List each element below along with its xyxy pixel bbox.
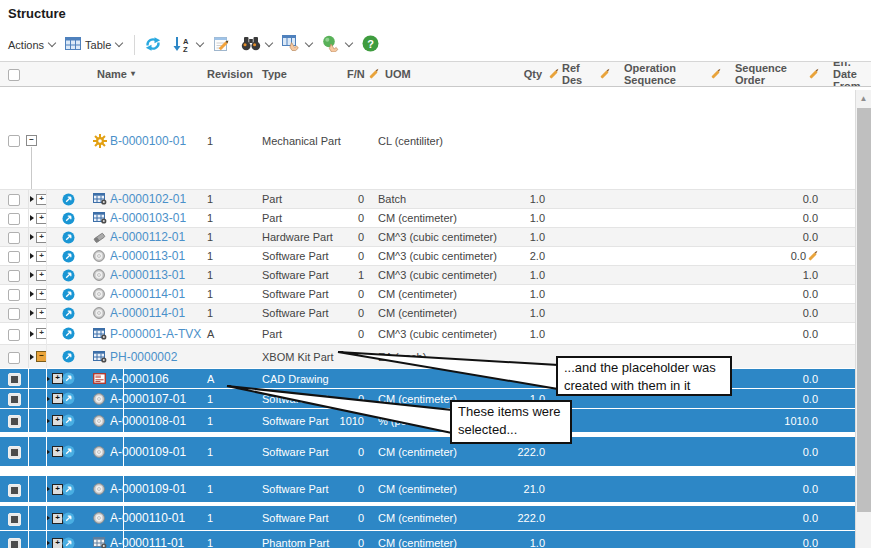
item-link[interactable]: A-0000113-01 <box>110 266 185 284</box>
column-header-name[interactable]: Name ▾ <box>97 62 135 86</box>
expand-toggle-icon[interactable]: + <box>30 285 47 303</box>
navigate-icon[interactable] <box>62 409 75 432</box>
navigate-icon[interactable] <box>62 345 75 368</box>
navigate-icon[interactable] <box>62 304 75 322</box>
item-link[interactable]: A-0000102-01 <box>110 190 186 208</box>
edit-column-icon[interactable] <box>711 70 719 78</box>
row-checkbox[interactable] <box>8 446 21 459</box>
expand-toggle-icon[interactable]: + <box>30 228 47 246</box>
table-row[interactable]: + A-0000114-01 1 Software Part 0 CM (cen… <box>0 303 855 322</box>
column-header-qty[interactable]: Qty <box>500 62 542 86</box>
edit-column-icon[interactable] <box>369 70 377 78</box>
table-select-button[interactable] <box>282 35 312 54</box>
expand-toggle-icon[interactable]: − <box>30 345 47 368</box>
table-row[interactable]: + A-0000103-01 1 Part 0 CM (centimeter) … <box>0 208 855 227</box>
row-checkbox[interactable] <box>8 393 21 406</box>
item-link[interactable]: A-0000106 <box>110 369 169 388</box>
navigate-icon[interactable] <box>62 506 75 530</box>
table-row[interactable]: + A-0000109-01 1 Software Part 0 CM (cen… <box>0 476 855 502</box>
column-header-eff-date-from[interactable]: Eff. Date From <box>833 62 871 86</box>
scroll-up-arrow-icon[interactable]: ▲ <box>856 90 871 106</box>
expand-toggle-icon[interactable]: + <box>30 304 47 322</box>
item-link[interactable]: A-0000113-01 <box>110 247 185 265</box>
expand-toggle-icon[interactable]: − <box>26 131 37 150</box>
navigate-icon[interactable] <box>62 437 75 466</box>
row-checkbox[interactable] <box>8 513 21 526</box>
column-header-operation-sequence[interactable]: Operation Sequence <box>624 62 696 86</box>
column-header-uom[interactable]: UOM <box>385 62 411 86</box>
expand-toggle-icon[interactable]: + <box>46 437 63 466</box>
table-row[interactable]: + A-0000113-01 1 Software Part 0 CM^3 (c… <box>0 246 855 265</box>
expand-toggle-icon[interactable]: + <box>46 369 63 388</box>
column-header-sequence-order[interactable]: Sequence Order <box>735 62 803 86</box>
vertical-scrollbar[interactable]: ▲ <box>855 90 871 548</box>
navigate-icon[interactable] <box>62 531 75 548</box>
item-link[interactable]: B-0000100-01 <box>110 131 186 150</box>
item-link[interactable]: P-000001-A-TVX <box>110 323 201 344</box>
column-header-type[interactable]: Type <box>262 62 287 86</box>
expand-toggle-icon[interactable]: + <box>46 389 63 408</box>
column-header-fn[interactable]: F/N <box>347 62 365 86</box>
row-checkbox[interactable] <box>8 352 20 364</box>
navigate-icon[interactable] <box>62 476 75 502</box>
expand-toggle-icon[interactable]: + <box>30 247 47 265</box>
help-button[interactable]: ? <box>362 35 379 54</box>
table-view-button[interactable]: Table <box>65 37 122 52</box>
navigate-icon[interactable] <box>62 209 75 227</box>
navigate-icon[interactable] <box>62 266 75 284</box>
find-button[interactable] <box>241 36 272 53</box>
row-checkbox[interactable] <box>8 213 20 225</box>
row-checkbox[interactable] <box>8 270 20 282</box>
table-row[interactable]: + A-0000108-01 1 Software Part 1010 % (p… <box>0 409 855 432</box>
row-checkbox[interactable] <box>8 251 20 263</box>
expand-toggle-icon[interactable]: + <box>30 209 47 227</box>
row-checkbox[interactable] <box>8 329 20 341</box>
item-link[interactable]: A-0000112-01 <box>110 228 185 246</box>
navigate-icon[interactable] <box>62 369 75 388</box>
navigate-icon[interactable] <box>62 323 75 344</box>
edit-column-icon[interactable] <box>600 70 608 78</box>
item-link[interactable]: A-0000111-01 <box>110 531 184 548</box>
row-checkbox[interactable] <box>8 194 20 206</box>
expand-toggle-icon[interactable]: + <box>30 190 47 208</box>
sort-button[interactable]: AZ <box>172 36 203 54</box>
table-row[interactable]: − B-0000100-01 1 Mechanical Part CL (cen… <box>0 131 855 150</box>
navigate-icon[interactable] <box>62 389 75 408</box>
column-header-ref-des[interactable]: Ref Des <box>562 62 592 86</box>
navigate-icon[interactable] <box>62 190 75 208</box>
item-link[interactable]: A-0000114-01 <box>110 285 185 303</box>
item-link[interactable]: A-0000107-01 <box>110 389 186 408</box>
item-link[interactable]: PH-0000002 <box>110 345 177 368</box>
item-link[interactable]: A-0000110-01 <box>110 506 185 530</box>
item-link[interactable]: A-0000103-01 <box>110 209 186 227</box>
item-link[interactable]: A-0000109-01 <box>110 437 186 466</box>
edit-button[interactable] <box>213 36 231 54</box>
row-checkbox[interactable] <box>8 415 21 428</box>
navigate-icon[interactable] <box>62 285 75 303</box>
select-all-checkbox[interactable] <box>8 69 20 81</box>
expand-toggle-icon[interactable]: + <box>46 409 63 432</box>
expand-toggle-icon[interactable]: + <box>46 506 63 530</box>
row-checkbox[interactable] <box>8 538 21 548</box>
assign-button[interactable] <box>322 35 352 54</box>
table-row[interactable]: + A-0000109-01 1 Software Part 0 CM (cen… <box>0 437 855 466</box>
row-checkbox[interactable] <box>8 232 20 244</box>
expand-toggle-icon[interactable]: + <box>30 266 47 284</box>
row-checkbox[interactable] <box>8 289 20 301</box>
expand-toggle-icon[interactable]: + <box>30 323 47 344</box>
row-checkbox[interactable] <box>8 373 21 386</box>
expand-toggle-icon[interactable]: + <box>46 476 63 502</box>
edit-column-icon[interactable] <box>549 70 557 78</box>
row-checkbox[interactable] <box>8 484 21 497</box>
table-row[interactable]: + A-0000110-01 1 Software Part 0 CM (cen… <box>0 506 855 530</box>
table-row[interactable]: + A-0000111-01 1 Phantom Part 0 CM (cent… <box>0 531 855 548</box>
table-row[interactable]: + A-0000114-01 1 Software Part 0 CM (cen… <box>0 284 855 303</box>
row-checkbox[interactable] <box>8 308 20 320</box>
edit-column-icon[interactable] <box>809 70 817 78</box>
navigate-icon[interactable] <box>62 228 75 246</box>
refresh-button[interactable] <box>144 36 162 54</box>
item-link[interactable]: A-0000109-01 <box>110 476 186 502</box>
table-row[interactable]: + A-0000113-01 1 Software Part 1 CM^3 (c… <box>0 265 855 284</box>
table-row[interactable]: + P-000001-A-TVX A Part 0 CM^3 (cubic ce… <box>0 322 855 344</box>
navigate-icon[interactable] <box>62 247 75 265</box>
